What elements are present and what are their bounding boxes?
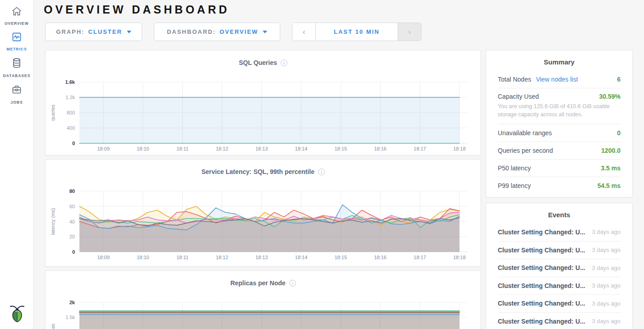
- summary-row-p50: P50 latency 3.5 ms: [498, 159, 621, 177]
- home-icon: [11, 6, 23, 18]
- summary-row-qps: Queries per second 1200.0: [498, 142, 621, 159]
- chart-title: Service Latency: SQL, 99th percentile: [201, 168, 315, 175]
- sidebar-item-label: JOBS: [10, 100, 23, 105]
- svg-text:latency (ms): latency (ms): [50, 208, 56, 235]
- event-time: 3 days ago: [592, 318, 621, 324]
- svg-text:18:09: 18:09: [97, 146, 110, 151]
- qps-label: Queries per second: [498, 147, 553, 154]
- sidebar-item-overview[interactable]: OVERVIEW: [0, 0, 34, 26]
- qps-value: 1200.0: [601, 147, 621, 154]
- capacity-used-label: Capacity Used: [498, 93, 539, 100]
- svg-text:18:10: 18:10: [137, 146, 149, 151]
- info-icon[interactable]: i: [281, 59, 287, 66]
- svg-text:800: 800: [67, 110, 75, 115]
- svg-text:20: 20: [69, 234, 75, 239]
- event-row: Cluster Setting Changed: U...3 days ago: [498, 241, 621, 259]
- svg-text:18:16: 18:16: [374, 146, 387, 151]
- sidebar-item-label: DATABASES: [3, 73, 31, 78]
- unavailable-ranges-label: Unavailable ranges: [498, 129, 552, 137]
- svg-text:0: 0: [72, 249, 75, 255]
- svg-text:0: 0: [72, 141, 75, 146]
- events-list: Cluster Setting Changed: U...3 days agoC…: [486, 223, 632, 329]
- page-title: OVERVIEW DASHBOARD: [44, 3, 230, 16]
- svg-text:18:12: 18:12: [216, 146, 228, 151]
- time-window-next-button[interactable]: ›: [398, 23, 421, 41]
- metrics-icon: [11, 32, 23, 44]
- chevron-down-icon: [263, 31, 267, 33]
- event-row: Cluster Setting Changed: U...3 days ago: [498, 294, 621, 312]
- svg-text:60: 60: [69, 204, 75, 209]
- svg-text:18:14: 18:14: [295, 255, 308, 260]
- capacity-used-subtext: You are using 125.6 GiB of 410.6 GiB usa…: [498, 102, 621, 119]
- svg-text:18:16: 18:16: [374, 255, 387, 260]
- events-title: Events: [486, 203, 632, 223]
- p99-latency-label: P99 latency: [498, 182, 531, 189]
- event-row: Cluster Setting Changed: U...3 days ago: [498, 312, 621, 329]
- svg-text:18:18: 18:18: [453, 146, 466, 151]
- svg-text:queries: queries: [50, 104, 56, 121]
- event-row: Cluster Setting Changed: U...3 days ago: [498, 223, 621, 241]
- summary-row-total-nodes: Total Nodes View nodes list 6: [498, 70, 621, 88]
- graph-dropdown[interactable]: GRAPH: CLUSTER: [45, 23, 142, 41]
- sidebar: OVERVIEW METRICS DATABASES: [0, 0, 34, 329]
- graph-dropdown-label: GRAPH:: [56, 28, 84, 35]
- event-label: Cluster Setting Changed: U...: [498, 228, 585, 236]
- time-window-range-button[interactable]: LAST 10 MIN: [316, 23, 398, 41]
- summary-title: Summary: [486, 50, 632, 70]
- controls-bar: GRAPH: CLUSTER DASHBOARD: OVERVIEW ‹ LAS…: [45, 23, 422, 41]
- svg-text:18:15: 18:15: [334, 255, 347, 260]
- summary-row-unavailable-ranges: Unavailable ranges 0: [498, 124, 621, 142]
- dashboard-dropdown-value: OVERVIEW: [220, 28, 259, 35]
- info-icon[interactable]: i: [318, 169, 325, 175]
- view-nodes-list-link[interactable]: View nodes list: [536, 76, 578, 83]
- event-label: Cluster Setting Changed: U...: [498, 264, 585, 271]
- chevron-down-icon: [127, 31, 131, 33]
- unavailable-ranges-value: 0: [617, 129, 621, 137]
- service-latency-chart[interactable]: 02040608018:0918:1018:1118:1218:1318:141…: [46, 180, 481, 264]
- svg-text:18:17: 18:17: [414, 146, 426, 151]
- svg-text:18:11: 18:11: [176, 146, 189, 151]
- svg-text:80: 80: [69, 188, 75, 194]
- service-latency-card: Service Latency: SQL, 99th percentile i …: [45, 159, 481, 267]
- svg-text:1.5k: 1.5k: [65, 315, 75, 320]
- svg-text:18:13: 18:13: [255, 146, 268, 151]
- event-label: Cluster Setting Changed: U...: [498, 247, 585, 254]
- capacity-used-value: 30.59%: [599, 93, 621, 100]
- total-nodes-value: 6: [617, 76, 621, 83]
- sidebar-item-jobs[interactable]: JOBS: [0, 78, 34, 105]
- svg-text:18:13: 18:13: [255, 255, 268, 260]
- jobs-icon: [11, 84, 23, 97]
- summary-row-capacity: Capacity Used 30.59% You are using 125.6…: [498, 88, 621, 124]
- event-label: Cluster Setting Changed: U...: [498, 318, 585, 325]
- sql-queries-chart[interactable]: 04008001.2k1.6k18:0918:1018:1118:1218:13…: [46, 71, 481, 155]
- event-time: 3 days ago: [592, 228, 621, 235]
- summary-row-p99: P99 latency 54.5 ms: [498, 177, 621, 194]
- p50-latency-value: 3.5 ms: [601, 164, 621, 172]
- sql-queries-card: SQL Queries i 04008001.2k1.6k18:0918:101…: [45, 50, 481, 155]
- chevron-right-icon: ›: [408, 28, 411, 36]
- event-time: 3 days ago: [592, 247, 621, 253]
- overview-dashboard-page: OVERVIEW METRICS DATABASES: [0, 0, 644, 329]
- svg-text:18:10: 18:10: [137, 255, 149, 260]
- svg-text:40: 40: [69, 219, 75, 224]
- info-icon[interactable]: i: [289, 280, 296, 287]
- sidebar-item-label: OVERVIEW: [5, 21, 29, 26]
- cockroachdb-logo: [0, 303, 34, 324]
- svg-text:1.6k: 1.6k: [65, 79, 75, 85]
- time-window-prev-button[interactable]: ‹: [292, 23, 316, 41]
- svg-text:1.2k: 1.2k: [65, 95, 75, 100]
- svg-text:18:09: 18:09: [97, 255, 110, 260]
- svg-text:18:18: 18:18: [453, 255, 466, 260]
- sidebar-item-databases[interactable]: DATABASES: [0, 51, 34, 78]
- sidebar-item-label: METRICS: [6, 47, 27, 51]
- replicas-per-node-chart[interactable]: 05001k1.5k2k18:0918:1018:1118:1218:1318:…: [46, 292, 481, 329]
- svg-text:18:15: 18:15: [334, 146, 347, 151]
- event-time: 3 days ago: [592, 300, 621, 307]
- sidebar-item-metrics[interactable]: METRICS: [0, 26, 34, 51]
- summary-panel: Summary Total Nodes View nodes list 6 Ca…: [486, 50, 633, 197]
- chart-title: Replicas per Node: [230, 279, 285, 287]
- event-label: Cluster Setting Changed: U...: [498, 300, 585, 307]
- events-panel: Events Cluster Setting Changed: U...3 da…: [486, 203, 633, 329]
- chevron-left-icon: ‹: [303, 28, 305, 36]
- dashboard-dropdown[interactable]: DASHBOARD: OVERVIEW: [154, 23, 280, 41]
